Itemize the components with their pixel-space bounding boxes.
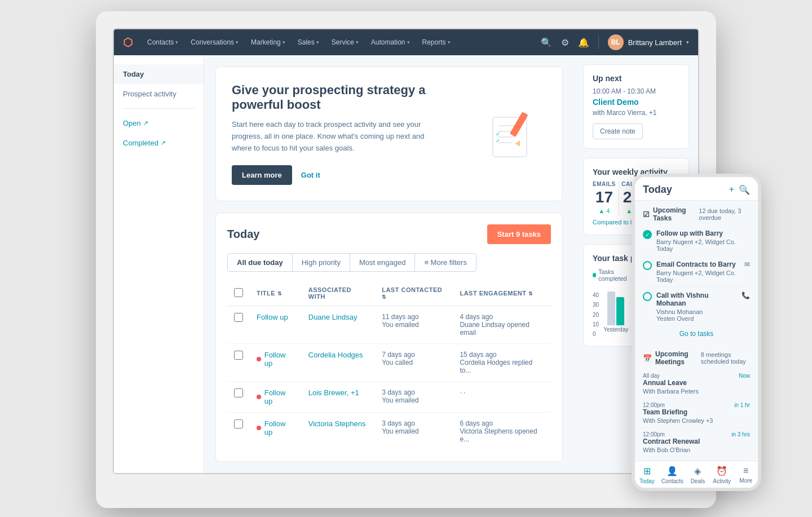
meeting-content: All day Annual Leave With Barbara Peters	[643, 373, 699, 395]
user-menu[interactable]: BL Brittany Lambert ▾	[608, 34, 689, 50]
nav-conversations[interactable]: Conversations ▾	[185, 35, 244, 50]
col-associated: ASSOCIATED WITH	[302, 281, 375, 306]
last-engagement: · ·	[460, 388, 544, 396]
mobile-nav-today[interactable]: ⊞ Today	[635, 461, 659, 488]
last-engagement: 15 days ago	[460, 351, 544, 359]
priority-dot	[257, 426, 261, 430]
chevron-down-icon: ▾	[686, 39, 689, 45]
svg-text:✓: ✓	[496, 131, 500, 137]
contact-link[interactable]: Duane Lindsay	[308, 313, 358, 321]
got-it-button[interactable]: Got it	[301, 171, 320, 179]
mobile-title: Today	[643, 184, 672, 196]
filter-all-due-today[interactable]: All due today	[228, 254, 293, 271]
sort-icon: ⇅	[382, 294, 387, 300]
sidebar-link-completed[interactable]: Completed ↗	[114, 133, 204, 153]
nav-right: 🔍 ⚙ 🔔 BL Brittany Lambert ▾	[541, 34, 689, 50]
row-checkbox[interactable]	[234, 388, 243, 397]
col-last-engagement: LAST ENGAGEMENT ⇅	[453, 281, 551, 306]
nav-sales[interactable]: Sales ▾	[292, 35, 325, 50]
sidebar-item-prospect-activity[interactable]: Prospect activity	[114, 84, 204, 104]
row-checkbox[interactable]	[234, 419, 243, 428]
last-contacted-sub: You emailed	[382, 321, 446, 329]
mobile-nav-more[interactable]: ≡ More	[734, 461, 758, 488]
contact-link[interactable]: Lois Brewer, +1	[308, 388, 359, 397]
nav-divider	[598, 36, 599, 49]
mobile-device: Today + 🔍 ☑ Upcoming Tasks 12 due today,…	[632, 174, 761, 491]
task-link[interactable]: Follow up	[264, 351, 295, 368]
last-contacted: 3 days ago	[382, 419, 446, 427]
up-next-title: Up next	[593, 74, 679, 83]
meeting-with: with Marco Vierra, +1	[593, 109, 679, 117]
notifications-icon[interactable]: 🔔	[578, 37, 589, 48]
meeting-name[interactable]: Client Demo	[593, 98, 679, 107]
nav-marketing[interactable]: Marketing ▾	[245, 35, 291, 50]
external-link-icon: ↗	[161, 139, 166, 147]
last-engagement-sub: Cordelia Hodges replied to...	[460, 359, 544, 374]
priority-dot	[257, 395, 261, 399]
nav-contacts[interactable]: Contacts ▾	[142, 35, 184, 50]
boost-actions: Learn more Got it	[232, 165, 479, 185]
filter-tabs: All due today High priority Most engaged…	[227, 253, 476, 272]
mobile-nav: ⊞ Today 👤 Contacts ◈ Deals ⏰ Activity ≡	[635, 461, 758, 488]
filter-most-engaged[interactable]: Most engaged	[350, 254, 415, 271]
plus-icon[interactable]: +	[729, 184, 734, 195]
search-icon[interactable]: 🔍	[739, 184, 750, 195]
svg-text:✓: ✓	[496, 138, 500, 144]
today-title: Today	[227, 228, 259, 241]
sidebar-item-today[interactable]: Today	[114, 64, 204, 84]
nav-reports[interactable]: Reports ▾	[417, 35, 456, 50]
y-axis-labels: 40 30 20 10 0	[593, 292, 599, 337]
last-contacted: 7 days ago	[382, 351, 446, 359]
mobile-task-item: Call with Vishnu Mohanan Vishnu Mohanan …	[643, 288, 750, 326]
mobile-task-content: Follow up with Barry Barry Nugent +2, Wi…	[656, 229, 736, 252]
hubspot-logo[interactable]: ⬡	[123, 36, 133, 49]
task-check-incomplete[interactable]	[643, 292, 652, 301]
nav-automation[interactable]: Automation ▾	[365, 35, 416, 50]
phone-icon: 📞	[742, 291, 750, 299]
mobile-meeting-item: 12:00pm Team Briefing With Stephen Crowl…	[643, 399, 750, 428]
contact-link[interactable]: Victoria Stephens	[308, 419, 366, 428]
settings-icon[interactable]: ⚙	[561, 37, 569, 48]
mobile-task-content: Email Contracts to Barry Barry Nugent +2…	[656, 260, 736, 283]
mobile-header-icons: + 🔍	[729, 184, 750, 195]
mobile-nav-deals[interactable]: ◈ Deals	[686, 461, 710, 488]
meeting-content: 12:00pm Contract Renewal With Bob O'Bria…	[643, 431, 700, 453]
avatar: BL	[608, 34, 624, 50]
meeting-time-badge: in 3 hrs	[731, 431, 750, 438]
row-checkbox[interactable]	[234, 313, 243, 322]
up-next-widget: Up next 10:00 AM - 10:30 AM Client Demo …	[583, 64, 689, 149]
last-contacted: 11 days ago	[382, 313, 446, 321]
contacts-icon: 👤	[667, 466, 678, 476]
main-content: Give your prospecting strategy a powerfu…	[204, 55, 574, 473]
filter-high-priority[interactable]: High priority	[293, 254, 350, 271]
bar-yesterday-completed	[616, 297, 624, 325]
mobile-task-content: Call with Vishnu Mohanan Vishnu Mohanan …	[656, 291, 737, 322]
start-tasks-button[interactable]: Start 9 tasks	[487, 224, 551, 244]
create-note-button[interactable]: Create note	[593, 123, 643, 139]
select-all-checkbox[interactable]	[234, 288, 243, 297]
task-check-incomplete[interactable]	[643, 261, 652, 270]
chevron-down-icon: ▾	[283, 39, 285, 45]
boost-title: Give your prospecting strategy a powerfu…	[232, 83, 479, 112]
mobile-nav-activity[interactable]: ⏰ Activity	[710, 461, 734, 488]
contact-link[interactable]: Cordelia Hodges	[308, 351, 363, 359]
filter-more-filters[interactable]: ≡ More filters	[415, 254, 476, 271]
task-link[interactable]: Follow up	[264, 388, 295, 405]
sidebar-link-open[interactable]: Open ↗	[114, 113, 204, 133]
task-link[interactable]: Follow up	[257, 313, 288, 321]
task-check-completed[interactable]: ✓	[643, 230, 652, 239]
email-icon: ✉	[744, 260, 750, 268]
boost-card: Give your prospecting strategy a powerfu…	[215, 67, 563, 201]
boost-illustration: ✓ ✓	[479, 106, 546, 162]
learn-more-button[interactable]: Learn more	[232, 165, 292, 185]
mobile-nav-contacts[interactable]: 👤 Contacts	[659, 461, 686, 488]
search-icon[interactable]: 🔍	[541, 37, 552, 48]
deals-icon: ◈	[694, 466, 701, 476]
goto-tasks-link[interactable]: Go to tasks	[643, 326, 750, 341]
nav-service[interactable]: Service ▾	[326, 35, 364, 50]
row-checkbox[interactable]	[234, 351, 243, 360]
col-last-contacted: LAST CONTACTED ⇅	[375, 281, 453, 306]
task-link[interactable]: Follow up	[264, 419, 295, 436]
sort-icon: ⇅	[277, 291, 283, 297]
navbar: ⬡ Contacts ▾ Conversations ▾ Marketing ▾…	[114, 29, 698, 55]
